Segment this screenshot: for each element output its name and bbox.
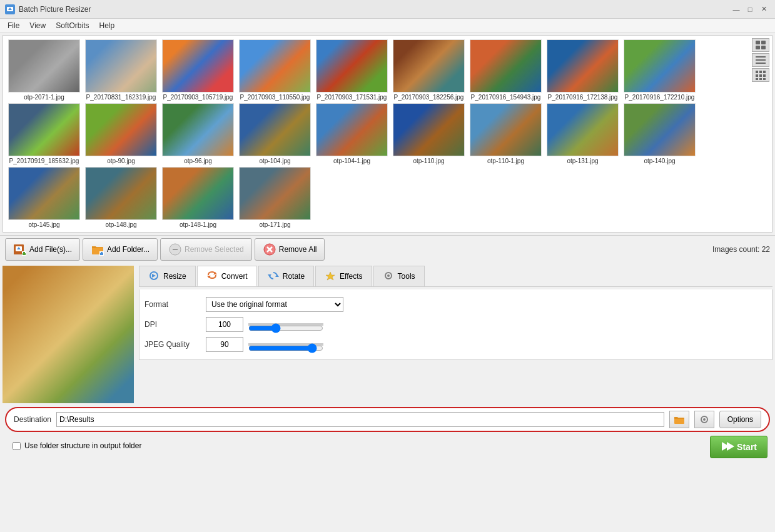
thumbnail-image (85, 167, 157, 220)
jpeg-quality-input[interactable] (206, 337, 243, 352)
dpi-slider[interactable] (248, 323, 323, 333)
thumbnail-item[interactable]: otp-110.jpg (393, 103, 465, 164)
svg-rect-15 (763, 74, 766, 77)
options-button[interactable]: Options (719, 411, 761, 428)
svg-rect-12 (763, 71, 766, 73)
preview-image (3, 266, 134, 403)
tab-resize-label: Resize (163, 272, 186, 281)
thumbnail-item[interactable]: P_20170831_162319.jpg (85, 39, 157, 101)
svg-rect-24 (23, 253, 26, 255)
svg-marker-35 (152, 274, 156, 278)
folder-structure-checkbox[interactable] (13, 442, 21, 450)
remove-all-button[interactable]: Remove All (255, 238, 325, 261)
add-folder-button[interactable]: Add Folder... (83, 238, 158, 261)
remove-all-icon (263, 243, 276, 256)
thumbnail-item[interactable]: otp-131.jpg (547, 103, 619, 164)
svg-marker-40 (326, 272, 335, 280)
close-btn[interactable]: ✕ (757, 3, 770, 16)
thumbnail-item[interactable]: otp-104.jpg (239, 103, 311, 164)
tab-rotate[interactable]: Rotate (258, 266, 314, 286)
add-files-button[interactable]: Add File(s)... (5, 238, 80, 261)
thumbnail-item[interactable]: otp-148-1.jpg (162, 167, 234, 228)
jpeg-slider-container (248, 338, 767, 351)
jpeg-quality-slider[interactable] (248, 343, 323, 353)
svg-point-42 (387, 274, 390, 277)
view-list-btn[interactable] (752, 53, 769, 67)
format-select[interactable]: Use the original format JPEG PNG BMP TIF… (206, 297, 343, 312)
thumbnail-label: P_20170916_172138.jpg (548, 94, 618, 101)
svg-rect-18 (763, 78, 766, 80)
svg-rect-3 (756, 41, 760, 44)
svg-marker-47 (727, 442, 734, 451)
thumbnail-item[interactable]: otp-2071-1.jpg (8, 39, 80, 101)
destination-browse-btn[interactable] (669, 411, 689, 428)
svg-rect-10 (756, 71, 758, 73)
thumbnail-label: otp-148.jpg (105, 221, 136, 228)
remove-selected-icon (168, 243, 182, 256)
thumbnail-item[interactable]: P_20170903_182256.jpg (393, 39, 465, 101)
thumbnail-item[interactable]: otp-110-1.jpg (470, 103, 542, 164)
checkbox-row: Use folder structure in output folder (8, 441, 146, 453)
menu-view[interactable]: View (24, 20, 51, 31)
menu-file[interactable]: File (3, 20, 24, 31)
svg-marker-39 (268, 274, 271, 277)
thumbnail-item[interactable]: P_20170903_110550.jpg (239, 39, 311, 101)
thumbnail-label: otp-110.jpg (413, 158, 444, 164)
svg-rect-4 (761, 41, 766, 44)
preview-area (3, 266, 134, 403)
svg-rect-5 (756, 46, 760, 49)
app-title: Batch Picture Resizer (19, 5, 730, 14)
tab-tools[interactable]: Tools (373, 266, 425, 286)
thumbnail-image (316, 103, 388, 156)
view-grid-btn[interactable] (752, 68, 769, 82)
thumbnail-item[interactable]: otp-145.jpg (8, 167, 80, 228)
thumbnail-image (470, 103, 542, 156)
thumbnail-item[interactable]: otp-148.jpg (85, 167, 157, 228)
thumbnail-item[interactable]: otp-90.jpg (85, 103, 157, 164)
thumbnail-image (162, 103, 234, 156)
thumbnail-item[interactable]: P_20170916_172138.jpg (547, 39, 619, 101)
minimize-btn[interactable]: — (730, 3, 742, 16)
format-label: Format (144, 300, 201, 309)
thumbnail-item[interactable]: otp-171.jpg (239, 167, 311, 228)
maximize-btn[interactable]: □ (744, 3, 756, 16)
svg-rect-14 (759, 74, 762, 77)
destination-settings-btn[interactable] (694, 411, 714, 428)
dpi-label: DPI (144, 320, 201, 329)
tab-effects[interactable]: Effects (315, 266, 372, 286)
view-large-btn[interactable] (752, 38, 769, 52)
start-button[interactable]: Start (710, 436, 767, 458)
thumbnail-item[interactable]: otp-104-1.jpg (316, 103, 388, 164)
thumbnail-label: otp-104-1.jpg (333, 158, 370, 164)
menubar: File View SoftOrbits Help (0, 19, 775, 33)
thumbnail-image (85, 103, 157, 156)
thumbnail-label: otp-145.jpg (28, 221, 59, 228)
thumbnail-label: otp-96.jpg (184, 158, 211, 164)
thumbnail-item[interactable]: otp-96.jpg (162, 103, 234, 164)
thumbnail-item[interactable]: P_20170916_154943.jpg (470, 39, 542, 101)
thumbnail-grid: otp-2071-1.jpg P_20170831_162319.jpg P_2… (3, 36, 772, 232)
menu-help[interactable]: Help (94, 20, 120, 31)
thumbnail-item[interactable]: P_20170903_105719.jpg (162, 39, 234, 101)
thumbnail-label: otp-104.jpg (259, 158, 290, 164)
thumbnail-image (393, 103, 465, 156)
tab-resize[interactable]: Resize (139, 266, 196, 286)
jpeg-quality-row: JPEG Quality (139, 334, 772, 354)
thumbnail-item[interactable]: otp-140.jpg (624, 103, 696, 164)
remove-selected-button[interactable]: Remove Selected (160, 238, 252, 261)
menu-softorbits[interactable]: SoftOrbits (51, 20, 94, 31)
tab-convert[interactable]: Convert (197, 266, 257, 286)
thumbnail-item[interactable]: P_20170916_172210.jpg (624, 39, 696, 101)
tab-rotate-label: Rotate (283, 272, 305, 281)
thumbnail-label: otp-171.jpg (259, 221, 290, 228)
destination-input[interactable] (56, 412, 664, 427)
thumbnail-item[interactable]: P_20170903_171531.jpg (316, 39, 388, 101)
thumbnail-label: P_20170919_185632.jpg (9, 158, 79, 164)
thumbnail-image (162, 39, 234, 93)
dpi-input[interactable] (206, 317, 243, 332)
thumbnail-label: P_20170916_154943.jpg (471, 94, 541, 101)
thumbnail-image (547, 103, 619, 156)
dpi-slider-container (248, 318, 767, 331)
thumbnail-item[interactable]: P_20170919_185632.jpg (8, 103, 80, 164)
footer-bar: Use folder structure in output folder St… (0, 433, 775, 461)
